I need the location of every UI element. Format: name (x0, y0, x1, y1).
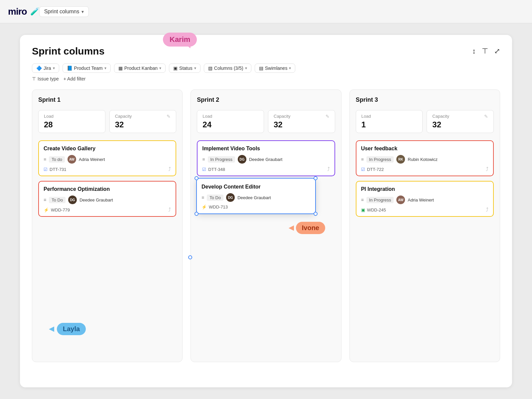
card-implement-video[interactable]: Implement Video Tools ≡ In Progress DG D… (197, 140, 335, 176)
sprint-2-load-capacity: Load 24 Capacity 32 ✎ (197, 110, 335, 133)
task-icon: ⚡ (201, 204, 207, 209)
sprint-columns: Sprint 1 Load 28 Capacity 32 ✎ (32, 89, 500, 362)
edit-icon[interactable]: ✎ (167, 114, 171, 119)
sprint-1-load-capacity: Load 28 Capacity 32 ✎ (38, 110, 176, 133)
card-create-video-gallery[interactable]: Create Video Gallery ≡ To do AW Adria We… (38, 140, 176, 176)
topbar: miro 🧪 Sprint columns ▾ (0, 0, 532, 23)
cursor-ivone-label: Ivone (296, 222, 325, 234)
card-footer: ☑ DTT-348 ⤴ (202, 166, 330, 172)
filter-product-kanban[interactable]: ▦ Product Kanban ▾ (114, 64, 166, 73)
sprint-3-capacity-box: Capacity 32 ✎ (427, 110, 494, 133)
status-badge: In Progress (366, 156, 394, 163)
chevron-down-icon: ▾ (53, 66, 55, 70)
edit-icon[interactable]: ✎ (484, 114, 488, 119)
sprint-2-capacity-label: Capacity (274, 114, 291, 119)
add-filter-button[interactable]: + Add filter (64, 76, 86, 81)
task-icon: ⚡ (44, 207, 49, 212)
sort-icon[interactable]: ↕ (472, 47, 476, 56)
board-title-label: Sprint columns (44, 9, 79, 15)
sprint-1-load-label: Load (44, 114, 100, 119)
push-icon[interactable]: ⤴ (486, 207, 488, 213)
status-badge: To Do (207, 195, 223, 201)
push-icon[interactable]: ⤴ (168, 207, 171, 213)
issue-type-filter[interactable]: ⊤ Issue type (32, 76, 59, 81)
board: Sprint columns ↕ ⊤ ⤢ 🔷 Jira ▾ 📘 Product … (20, 35, 512, 387)
menu-icon: ≡ (44, 157, 46, 162)
card-meta: ≡ In Progress DG Deedee Graubart (202, 155, 330, 164)
status-icon: ▣ (173, 66, 178, 71)
card-pi-integration[interactable]: PI Integration ≡ In Progress AW Adria We… (356, 181, 494, 217)
sprint-3-title: Sprint 3 (356, 96, 494, 103)
edit-icon[interactable]: ✎ (326, 114, 330, 119)
sprint-3-load-value: 1 (361, 120, 417, 129)
task-id: DTT-731 (50, 167, 66, 172)
chevron-down-icon: ▾ (289, 66, 291, 70)
assignee-name: Adria Weinert (79, 157, 105, 162)
avatar: AW (67, 155, 76, 164)
card-performance-opt[interactable]: Performance Optimization ≡ To Do DG Deed… (38, 181, 176, 217)
card-footer: ☑ DTT-731 ⤴ (44, 166, 171, 172)
filter-icon[interactable]: ⊤ (482, 47, 488, 56)
menu-icon: ≡ (202, 157, 205, 162)
assignee-name: Rubin Kotowicz (408, 157, 438, 162)
floating-card-develop-content[interactable]: Develop Content Editor ≡ To Do DG Deedee… (196, 178, 316, 214)
jira-icon: 🔷 (36, 66, 42, 71)
task-icon: ☑ (202, 167, 206, 172)
status-badge: To Do (49, 197, 66, 203)
export-icon[interactable]: ⤢ (494, 47, 500, 56)
push-icon[interactable]: ⤴ (486, 166, 488, 172)
task-id: WDD-779 (51, 207, 70, 212)
sprint-1-column: Sprint 1 Load 28 Capacity 32 ✎ (32, 89, 183, 362)
add-filter-label: + Add filter (64, 76, 86, 81)
board-title: Sprint columns (32, 46, 104, 57)
menu-icon: ≡ (201, 195, 204, 200)
filter-status[interactable]: ▣ Status ▾ (169, 64, 200, 73)
card-user-feedback[interactable]: User feedback ≡ In Progress RK Rubin Kot… (356, 140, 494, 176)
sprint-1-capacity-value: 32 (115, 120, 132, 129)
sprint-2-load-label: Load (202, 114, 258, 119)
status-badge: In Progress (366, 197, 394, 203)
filter-swimlanes[interactable]: ▤ Swimlanes ▾ (255, 64, 296, 73)
sprint-3-capacity-value: 32 (432, 120, 449, 129)
chevron-down-icon: ▾ (104, 66, 106, 70)
connection-dot-bl (195, 212, 199, 216)
task-id-row: ☑ DTT-348 (202, 167, 225, 172)
filter-product-team[interactable]: 📘 Product Team ▾ (63, 64, 111, 73)
sprint-1-capacity-box: Capacity 32 ✎ (109, 110, 177, 133)
cursor-layla-arrow (49, 327, 54, 332)
filter-bar2: ⊤ Issue type + Add filter (32, 76, 500, 81)
cursor-ivone-arrow (289, 225, 294, 231)
chevron-down-icon: ▾ (81, 9, 84, 14)
task-icon: ☑ (361, 167, 365, 172)
task-id: WDD-713 (209, 204, 228, 209)
cursor-karim: Karim (163, 33, 197, 52)
sprint-1-load-box: Load 28 (38, 110, 105, 133)
chevron-down-icon: ▾ (194, 66, 196, 70)
push-icon[interactable]: ⤴ (168, 166, 171, 172)
menu-icon: ≡ (361, 157, 364, 162)
card-title: Create Video Gallery (44, 146, 171, 152)
sprint-3-load-capacity: Load 1 Capacity 32 ✎ (356, 110, 494, 133)
avatar: RK (396, 155, 405, 164)
card-title: Performance Optimization (44, 186, 171, 192)
logo-area: miro 🧪 (8, 6, 39, 17)
filter-jira[interactable]: 🔷 Jira ▾ (32, 64, 59, 73)
filter-swimlanes-label: Swimlanes (265, 66, 288, 71)
task-id-row: ⚡ WDD-779 (44, 207, 70, 212)
filter-bar: 🔷 Jira ▾ 📘 Product Team ▾ ▦ Product Kanb… (32, 64, 500, 73)
sprint-3-load-box: Load 1 (356, 110, 423, 133)
cursor-layla-label: Layla (57, 323, 86, 335)
filter-columns[interactable]: ▧ Columns (3/5) ▾ (204, 64, 251, 73)
filter-jira-label: Jira (44, 66, 51, 71)
sprint-3-load-label: Load (361, 114, 417, 119)
connection-dot-tl (195, 176, 199, 180)
connection-dot-br (314, 212, 318, 216)
connection-dot-tr (314, 176, 318, 180)
board-title-button[interactable]: Sprint columns ▾ (39, 6, 89, 17)
task-icon: ▣ (361, 207, 365, 212)
card-meta: ≡ To do AW Adria Weinert (44, 155, 171, 164)
sprint-3-capacity-label: Capacity (432, 114, 449, 119)
push-icon[interactable]: ⤴ (327, 166, 330, 172)
board-actions: ↕ ⊤ ⤢ (472, 47, 500, 56)
floating-card-meta: ≡ To Do DG Deedee Graubart (201, 193, 311, 202)
